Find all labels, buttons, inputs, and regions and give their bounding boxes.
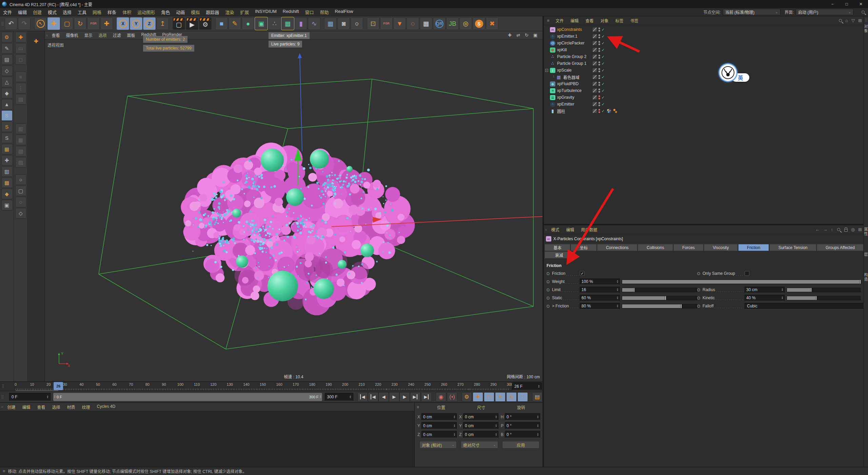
value-field-Kinetic[interactable]: 40 %▴▾ (745, 295, 785, 301)
range-start-field[interactable]: 0 F▴▾ (9, 393, 51, 401)
enabled-check-icon[interactable]: ✓ (601, 41, 605, 45)
menu-帮助[interactable]: 帮助 (317, 9, 332, 15)
object-row[interactable]: −↕xpScale✓ (544, 67, 865, 74)
viewport-menu-icon[interactable]: ≡ (45, 33, 48, 37)
layer-box[interactable] (593, 27, 597, 32)
object-row[interactable]: ∴xpEmitter.1✓ (544, 33, 865, 40)
tab-坐标[interactable]: 坐标 (571, 244, 596, 251)
workplane-mode-icon[interactable]: ◇ (1, 65, 13, 76)
goto-start-button[interactable]: ◀ (357, 392, 368, 402)
animation-dot[interactable] (547, 305, 550, 308)
material-menu-Cycles 4D[interactable]: Cycles 4D (94, 404, 119, 410)
add-palette-icon[interactable]: ✚ (15, 32, 26, 42)
field-icon[interactable]: ∿ (308, 17, 320, 30)
prev-key-button[interactable]: ◀ (368, 392, 378, 402)
enabled-check-icon[interactable]: ✓ (601, 68, 605, 73)
menu-编辑[interactable]: 编辑 (15, 9, 30, 15)
animation-dot[interactable] (547, 297, 550, 300)
object-row[interactable]: ◆xpFluidPBD✓ (544, 80, 865, 87)
node-space-select[interactable]: 当前 (标准/物理)⌄ (723, 9, 781, 15)
attr-search-icon[interactable] (837, 228, 840, 231)
tweak-mode-icon[interactable]: ▥ (1, 166, 13, 177)
animation-dot[interactable] (697, 297, 700, 300)
menu-窗口[interactable]: 窗口 (302, 9, 317, 15)
om-add-icon[interactable]: ⊞ (858, 18, 862, 23)
y-axis-lock-icon[interactable]: Y (130, 17, 142, 30)
visibility-dots[interactable] (598, 95, 600, 100)
make-editable-icon[interactable]: ⚙ (1, 32, 13, 42)
animation-dot[interactable] (697, 272, 700, 275)
snap-icon[interactable]: ▼ (393, 17, 406, 30)
material-menu-纹理[interactable]: 纹理 (79, 404, 94, 410)
value-field-Radius[interactable]: 30 cm▴▾ (745, 287, 785, 293)
animation-dot[interactable] (697, 305, 700, 308)
visibility-dots[interactable] (598, 41, 600, 45)
ruler-grip[interactable]: ⣿ (1, 384, 5, 388)
jb-plugin-icon[interactable]: JB (446, 17, 459, 30)
tool-shelf-icon-1[interactable]: ▭ (15, 43, 26, 54)
focus-icon[interactable]: ◎ (851, 227, 855, 232)
object-row[interactable]: ∞xpConstraints✓ (544, 26, 865, 33)
material-menu-icon[interactable]: ≡ (0, 405, 4, 409)
render-picture-viewer-icon[interactable]: ▶ (186, 17, 198, 30)
object-row[interactable]: ⊙xpCirclePacker✓ (544, 40, 865, 46)
deformer-icon[interactable]: ▮ (295, 17, 307, 30)
coord-rot-P-field[interactable]: 0 °▴▾ (505, 422, 540, 429)
new-panel-icon[interactable]: ⊞ (858, 227, 862, 232)
xp-tag-icon[interactable] (607, 109, 611, 113)
tool-shelf-icon-6[interactable]: ▥ (15, 124, 26, 134)
layer-box[interactable] (593, 109, 597, 113)
scale-tool-icon[interactable]: ▢ (61, 17, 73, 30)
menu-模式[interactable]: 模式 (45, 9, 60, 15)
enabled-check-icon[interactable]: ✓ (601, 55, 605, 59)
texture-mode-icon[interactable]: ▤ (1, 54, 13, 65)
playhead[interactable]: 26 (54, 382, 63, 390)
visibility-dots[interactable] (598, 54, 600, 59)
value-field-Weight[interactable]: 100 %▴▾ (580, 279, 620, 285)
visibility-dots[interactable] (598, 75, 600, 79)
tool-shelf-icon-4[interactable]: ⋮ (15, 83, 26, 93)
preview-range-slider[interactable]: 0 F300 F (53, 393, 322, 401)
render-settings-icon[interactable]: ⚙ (199, 17, 212, 30)
zoom-view-icon[interactable]: ⇄ (514, 33, 522, 38)
value-field-> Friction[interactable]: 80 %▴▾ (580, 303, 620, 309)
timeline-window-button[interactable]: ▤ (532, 392, 542, 402)
object-mode-icon[interactable]: S (1, 110, 13, 121)
points-mode-icon[interactable]: △ (1, 77, 13, 87)
object-row[interactable]: └▦着色器域✓ (544, 74, 865, 80)
quantize-icon[interactable]: ◆ (1, 189, 13, 199)
om-menu-文件[interactable]: 文件 (552, 18, 567, 23)
live-selection-palette-icon[interactable]: ○ (15, 174, 26, 185)
coord-pos-Y-field[interactable]: 0 cm▴▾ (421, 422, 457, 429)
material-menu-编辑[interactable]: 编辑 (19, 404, 34, 410)
visibility-dots[interactable] (598, 88, 600, 93)
lasso-selection-icon[interactable]: ◌ (15, 197, 26, 207)
material-menu-查看[interactable]: 查看 (34, 404, 48, 410)
coord-size-Y-field[interactable]: 0 cm▴▾ (463, 422, 498, 429)
polygons-mode-icon[interactable]: ▲ (1, 99, 13, 110)
maximize-button[interactable]: □ (840, 0, 854, 8)
menu-体积[interactable]: 体积 (119, 9, 134, 15)
layer-box[interactable] (593, 48, 597, 52)
tool-shelf-icon-5[interactable]: ▤ (15, 94, 26, 104)
history-forward-icon[interactable]: → (823, 227, 827, 232)
tool-shelf-icon-9[interactable]: ▨ (15, 157, 26, 168)
om-menu-书签[interactable]: 书签 (627, 18, 642, 23)
object-row[interactable]: ⇊xpGravity✓ (544, 94, 865, 101)
tool-shelf-icon-8[interactable]: ▧ (15, 146, 26, 156)
tab-Viscosity[interactable]: Viscosity (704, 244, 738, 251)
transport-grip[interactable]: ⣿ (0, 395, 4, 399)
model-mode-icon[interactable]: ✎ (1, 43, 13, 54)
apply-button[interactable]: 应用 (502, 441, 539, 449)
layer-box[interactable] (593, 95, 597, 99)
edges-mode-icon[interactable]: ◆ (1, 88, 13, 98)
history-back-icon[interactable]: ← (815, 227, 820, 232)
goto-end-button[interactable]: ▶ (421, 392, 432, 402)
key-position-button[interactable]: ✚ (473, 392, 483, 402)
viewport-menu-显示[interactable]: 显示 (81, 32, 95, 38)
phong-tag-icon[interactable] (613, 109, 618, 113)
menu-工具[interactable]: 工具 (75, 9, 90, 15)
object-row[interactable]: ▮圆柱✓ (544, 108, 865, 114)
checkbox-Friction[interactable]: ✓ (580, 271, 585, 276)
attr-menu-模式[interactable]: 模式 (548, 227, 563, 232)
